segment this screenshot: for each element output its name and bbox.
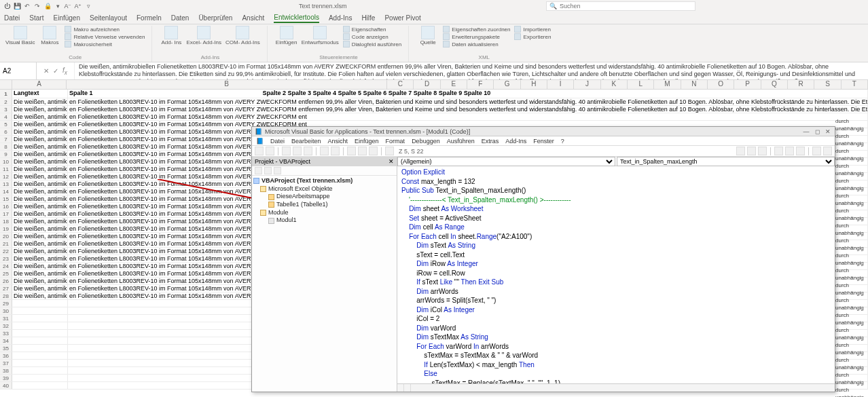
vba-menu-ausführen[interactable]: Ausführen xyxy=(447,138,475,145)
cell[interactable] xyxy=(12,300,68,307)
column-header-B[interactable]: B xyxy=(67,80,387,89)
cell[interactable]: Die weißen, antimikrobiell xyxy=(12,270,68,277)
tab-daten[interactable]: Daten xyxy=(171,14,189,22)
column-header-G[interactable]: G xyxy=(494,80,520,89)
cell[interactable] xyxy=(12,352,68,359)
column-header-C[interactable]: C xyxy=(387,80,414,89)
row-header[interactable]: 22 xyxy=(0,248,12,254)
tab-entwicklertools[interactable]: Entwicklertools xyxy=(274,14,319,23)
toggle-folders-icon[interactable] xyxy=(274,167,281,174)
excel-addins-button[interactable]: Excel- Add-Ins xyxy=(186,26,221,46)
cell[interactable]: Die weißen, antimikrobiell xyxy=(12,173,68,180)
insert-control-button[interactable]: Einfügen xyxy=(276,26,297,46)
column-header-I[interactable]: I xyxy=(547,80,574,89)
record-macro-button[interactable]: Makro aufzeichnen xyxy=(65,26,145,33)
cell[interactable]: en Folienetiketten L8003REV-10 im Format… xyxy=(68,106,868,113)
row-header[interactable]: 33 xyxy=(0,330,12,337)
row-header[interactable]: 6 xyxy=(0,128,12,135)
cell[interactable]: Die weißen, antimikrobiell xyxy=(12,106,68,113)
macro-security-button[interactable]: Makrosicherheit xyxy=(65,41,145,48)
vba-menu-einfügen[interactable]: Einfügen xyxy=(355,138,379,145)
vba-editor-window[interactable]: 📘 Microsoft Visual Basic for Application… xyxy=(251,126,835,392)
row-header[interactable]: 3 xyxy=(0,106,12,113)
column-header-H[interactable]: H xyxy=(521,80,547,89)
cell[interactable]: Die weißen, antimikrobiell xyxy=(12,195,68,202)
object-dropdown[interactable]: (Allgemein) xyxy=(397,157,615,166)
project-explorer[interactable]: Projekt - VBAProject✕ VBAProject (Text t… xyxy=(252,157,397,392)
formula-text[interactable]: Die weißen, antimikrobiellen Folienetike… xyxy=(75,62,868,79)
column-header-J[interactable]: J xyxy=(574,80,600,89)
tb-reset-icon[interactable] xyxy=(369,147,378,155)
tab-formeln[interactable]: Formeln xyxy=(137,14,162,22)
row-header[interactable]: 17 xyxy=(0,210,12,217)
tb-redo-icon[interactable] xyxy=(331,147,340,155)
cell[interactable]: Die weißen, antimikrobiell xyxy=(12,225,68,232)
tb-save-icon[interactable] xyxy=(266,147,274,155)
vba-menu-bearbeiten[interactable]: Bearbeiten xyxy=(291,138,321,145)
cell[interactable] xyxy=(12,360,68,366)
tab-hilfe[interactable]: Hilfe xyxy=(361,14,375,22)
import-button[interactable]: Importieren xyxy=(514,26,551,33)
tab-einfügen[interactable]: Einfügen xyxy=(53,14,79,22)
cell[interactable] xyxy=(12,307,68,314)
font-dec-icon[interactable]: A⁻ xyxy=(64,2,72,10)
tb-misc7-icon[interactable] xyxy=(812,147,821,155)
export-button[interactable]: Exportieren xyxy=(514,33,551,40)
cell[interactable]: Die weißen, antimikrobiell xyxy=(12,151,68,157)
row-header[interactable]: 15 xyxy=(0,195,12,202)
table-header-row[interactable]: 1LangtextSpalte 1 Spalte 2 Spalte 3 Spal… xyxy=(0,90,868,98)
cell[interactable] xyxy=(12,382,68,389)
tab-ansicht[interactable]: Ansicht xyxy=(242,14,264,22)
cell[interactable]: Die weißen, antimikrobiell xyxy=(12,121,68,128)
tb-misc5-icon[interactable] xyxy=(785,147,794,155)
tb-run-icon[interactable] xyxy=(347,147,356,155)
tab-überprüfen[interactable]: Überprüfen xyxy=(198,14,232,22)
row-header[interactable]: 39 xyxy=(0,375,12,381)
cell[interactable]: Langtext xyxy=(12,90,68,98)
column-header-L[interactable]: L xyxy=(628,80,654,89)
cell[interactable]: Die weißen, antimikrobiell xyxy=(12,255,68,262)
column-header-N[interactable]: N xyxy=(681,80,708,89)
column-header-O[interactable]: O xyxy=(708,80,734,89)
tb-view-icon[interactable] xyxy=(255,147,264,155)
row-header[interactable]: 2 xyxy=(0,98,12,105)
vba-menu-ansicht[interactable]: Ansicht xyxy=(328,138,348,145)
row-header[interactable]: 38 xyxy=(0,367,12,374)
row-header[interactable]: 34 xyxy=(0,337,12,344)
tb-misc1-icon[interactable] xyxy=(736,147,745,155)
cell[interactable]: Die weißen, antimikrobiell xyxy=(12,292,68,299)
vba-menu-?[interactable]: ? xyxy=(561,138,564,145)
cell[interactable]: Die weißen, antimikrobiell xyxy=(12,98,68,105)
design-mode-button[interactable]: Entwurfsmodus xyxy=(302,26,339,46)
row-header[interactable]: 10 xyxy=(0,158,12,165)
cancel-icon[interactable]: ✕ xyxy=(43,67,49,75)
tb-cut-icon[interactable] xyxy=(282,147,291,155)
row-header[interactable]: 29 xyxy=(0,300,12,307)
row-header[interactable]: 32 xyxy=(0,322,12,329)
table-row[interactable]: 4Die weißen, antimikrobiellen Folienetik… xyxy=(0,113,868,121)
vba-titlebar[interactable]: 📘 Microsoft Visual Basic for Application… xyxy=(252,127,835,136)
cell[interactable]: Die weißen, antimikrobiell xyxy=(12,263,68,269)
table-row[interactable]: 3Die weißen, antimikrobiellen Folienetik… xyxy=(0,106,868,113)
font-inc-icon[interactable]: A⁺ xyxy=(74,2,82,10)
vba-menu-bar[interactable]: 📘DateiBearbeitenAnsichtEinfügenFormatDeb… xyxy=(252,136,835,146)
redo-icon[interactable]: ↷ xyxy=(33,2,41,10)
row-header[interactable]: 9 xyxy=(0,151,12,157)
enter-icon[interactable]: ✓ xyxy=(53,67,58,75)
cell[interactable] xyxy=(12,337,68,344)
tree-module[interactable]: Modul1 xyxy=(253,216,395,225)
row-header[interactable]: 13 xyxy=(0,181,12,187)
vba-menu-datei[interactable]: Datei xyxy=(270,138,285,145)
undo-icon[interactable]: ↶ xyxy=(23,2,31,10)
row-header[interactable]: 28 xyxy=(0,292,12,299)
row-header[interactable]: 18 xyxy=(0,218,12,225)
tb-misc4-icon[interactable] xyxy=(774,147,783,155)
vba-menu-fenster[interactable]: Fenster xyxy=(533,138,554,145)
cell[interactable]: Die weißen, antimikrobiell xyxy=(12,210,68,217)
row-header[interactable]: 23 xyxy=(0,255,12,262)
cell[interactable]: Die weißen, antimikrobiell xyxy=(12,181,68,187)
column-header-Q[interactable]: Q xyxy=(761,80,788,89)
row-header[interactable]: 35 xyxy=(0,345,12,352)
code-pane[interactable]: (Allgemein) Text_in_Spalten_maxLength Op… xyxy=(397,157,835,392)
cell[interactable]: Die weißen, antimikrobiell xyxy=(12,143,68,150)
